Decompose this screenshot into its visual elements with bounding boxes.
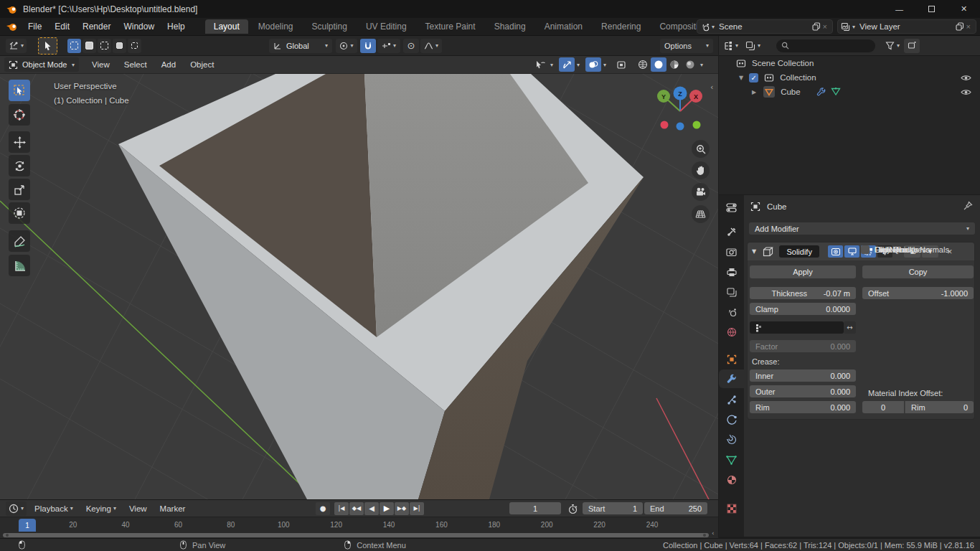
modifier-checkbox-row[interactable]: Only Rim — [861, 242, 976, 257]
copy-icon[interactable] — [956, 22, 964, 31]
close-button[interactable]: ✕ — [948, 0, 980, 18]
end-frame-field[interactable]: End 250 — [644, 502, 707, 514]
tool-rotate-button[interactable] — [9, 155, 30, 176]
play-button[interactable]: ▶ — [380, 502, 394, 515]
clamp-field[interactable]: Clamp 0.0000 — [750, 303, 856, 315]
timeline-ruler[interactable]: 20406080100120140160180200220240 1 — [0, 517, 718, 532]
tool-select-box-button[interactable] — [9, 80, 30, 101]
active-tool-select-box[interactable] — [38, 37, 57, 55]
outliner-row-collection[interactable]: ▼ ✓ Collection — [719, 70, 980, 85]
object-visibility-dropdown[interactable] — [532, 57, 548, 72]
tab-render[interactable] — [719, 242, 744, 261]
editor-type-selector[interactable]: ▾ — [6, 39, 27, 53]
chevron-down-icon[interactable]: ▾ — [550, 62, 553, 68]
workspace-tab[interactable]: Layout — [205, 19, 248, 34]
snap-target-dropdown[interactable]: ▾ — [377, 39, 400, 53]
checkbox[interactable] — [861, 245, 870, 254]
view-menu[interactable]: View — [123, 504, 154, 513]
sidebar-toggle-arrow[interactable]: ‹ — [710, 83, 713, 92]
tab-physics[interactable] — [719, 410, 744, 429]
show-gizmo-toggle[interactable] — [559, 57, 575, 72]
modifier-realtime-toggle[interactable] — [844, 245, 859, 258]
tool-cursor-button[interactable] — [9, 104, 30, 126]
tab-particles[interactable] — [719, 390, 744, 409]
copy-button[interactable]: Copy — [862, 265, 974, 278]
tool-scale-button[interactable] — [9, 179, 30, 200]
outliner-filter-dropdown[interactable]: ▾ — [885, 41, 900, 50]
expand-arrow-icon[interactable]: ▶ — [752, 89, 756, 95]
hide-object-toggle[interactable] — [961, 88, 971, 96]
select-mode-lasso[interactable] — [113, 39, 126, 53]
tab-scene[interactable] — [719, 303, 744, 321]
marker-menu[interactable]: Marker — [154, 504, 192, 513]
tab-world[interactable] — [719, 323, 744, 342]
select-mode-extend[interactable] — [128, 39, 141, 53]
tool-measure-button[interactable] — [9, 255, 30, 276]
jump-to-end-button[interactable]: ▶| — [410, 502, 424, 515]
outliner-editor-selector[interactable]: ▾ — [723, 41, 738, 51]
add-modifier-dropdown[interactable]: Add Modifier ▾ — [749, 222, 975, 235]
tab-material[interactable] — [719, 471, 744, 489]
tab-constraints[interactable] — [719, 430, 744, 449]
viewport-menu-item[interactable]: Add — [154, 60, 183, 69]
tool-transform-button[interactable] — [9, 202, 30, 224]
options-dropdown[interactable]: Options ▾ — [660, 39, 713, 53]
outliner-search-input[interactable] — [776, 39, 875, 52]
pivot-point-dropdown[interactable]: ▾ — [336, 39, 357, 53]
maximize-button[interactable] — [915, 0, 948, 18]
proportional-falloff-dropdown[interactable]: ▾ — [420, 39, 442, 53]
tab-object[interactable] — [719, 350, 744, 369]
chevron-down-icon[interactable]: ▾ — [577, 62, 580, 68]
start-frame-field[interactable]: Start 1 — [583, 502, 643, 514]
outliner-row-scene-collection[interactable]: Scene Collection — [719, 56, 980, 70]
menu-item[interactable]: Edit — [48, 22, 76, 32]
xray-toggle[interactable] — [613, 57, 629, 72]
outliner-display-mode[interactable]: ▾ — [745, 41, 760, 51]
collection-checkbox[interactable]: ✓ — [749, 73, 758, 83]
playback-menu[interactable]: Playback▾ — [28, 504, 80, 513]
view-layer-selector[interactable]: ▾ View Layer × — [837, 19, 976, 34]
menu-item[interactable]: Help — [161, 22, 192, 32]
workspace-tab[interactable]: UV Editing — [357, 19, 415, 34]
menu-item[interactable]: Render — [76, 22, 117, 32]
transform-orientation-dropdown[interactable]: Global ▾ — [269, 39, 332, 53]
record-button[interactable]: ● — [316, 502, 330, 515]
material-offset-field[interactable]: 0 — [862, 401, 904, 413]
offset-field[interactable]: Offset -1.0000 — [862, 287, 974, 299]
expand-arrow-icon[interactable]: ▼ — [739, 75, 743, 81]
workspace-tab[interactable]: Sculpting — [303, 19, 356, 34]
shading-solid-button[interactable] — [651, 57, 666, 72]
crease-rim-field[interactable]: Rim 0.000 — [750, 401, 856, 413]
workspace-tab[interactable]: Texture Paint — [417, 19, 484, 34]
remove-view-layer-icon[interactable]: × — [964, 22, 973, 31]
pin-icon[interactable] — [963, 201, 973, 211]
shading-material-button[interactable] — [666, 57, 682, 72]
thickness-field[interactable]: Thickness -0.07 m — [750, 287, 856, 299]
timeline-editor-selector[interactable]: ▾ — [6, 501, 27, 516]
snap-toggle[interactable] — [360, 39, 376, 53]
navigation-gizmo[interactable]: Y Z X — [642, 80, 717, 144]
tab-output[interactable] — [719, 263, 744, 281]
scene-selector[interactable]: ▾ Scene × — [697, 19, 833, 34]
modifier-name-field[interactable]: Solidify — [779, 245, 819, 258]
tab-modifiers-active[interactable] — [719, 369, 744, 388]
hide-collection-toggle[interactable] — [961, 74, 971, 82]
collapse-arrow-icon[interactable]: ‹ — [712, 529, 715, 537]
workspace-tab[interactable]: Rendering — [593, 19, 649, 34]
factor-field[interactable]: Factor 0.000 — [750, 340, 856, 352]
viewport-menu-item[interactable]: View — [85, 60, 117, 69]
unlink-scene-icon[interactable]: × — [821, 22, 829, 31]
ortho-perspective-button[interactable] — [692, 205, 710, 223]
scrollbar-right-handle[interactable] — [703, 534, 706, 537]
viewport-menu-item[interactable]: Object — [183, 60, 221, 69]
previous-frame-button[interactable]: ◀ — [364, 502, 379, 515]
scrollbar-left-handle[interactable] — [6, 534, 9, 537]
current-frame-field[interactable]: 1 — [509, 502, 561, 514]
properties-editor-selector[interactable] — [719, 198, 744, 217]
select-mode-box[interactable] — [83, 39, 96, 53]
shading-wireframe-button[interactable] — [635, 57, 651, 72]
pan-button[interactable] — [692, 161, 710, 179]
expand-arrow-icon[interactable]: ▼ — [752, 248, 756, 255]
tab-tool[interactable] — [719, 222, 744, 241]
tool-move-button[interactable] — [9, 131, 30, 153]
